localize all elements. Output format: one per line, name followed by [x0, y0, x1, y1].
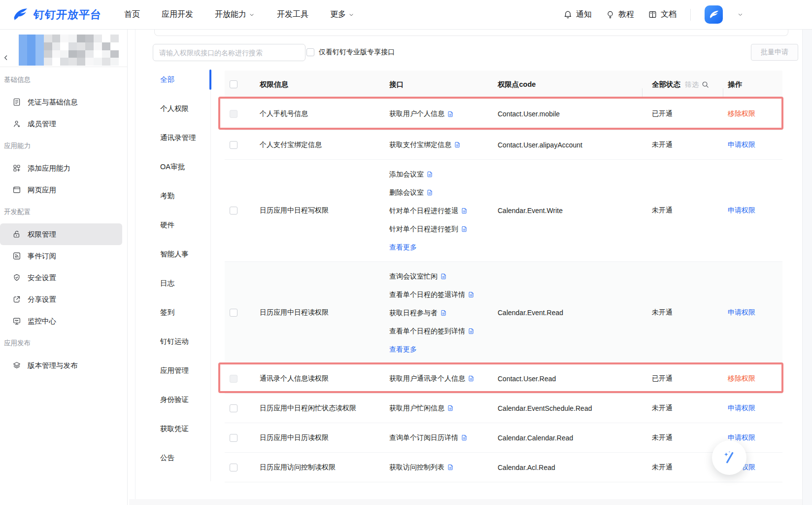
status-text: 未开通: [652, 404, 673, 413]
sidebar-item[interactable]: 添加应用能力: [0, 157, 122, 179]
row-checkbox[interactable]: [230, 141, 237, 149]
topnav-item[interactable]: 开发工具: [277, 9, 308, 20]
row-checkbox[interactable]: [230, 404, 237, 412]
category-item[interactable]: 通讯录管理: [142, 123, 210, 152]
status-cell: 已开通: [642, 98, 723, 130]
api-doc-icon[interactable]: [454, 141, 461, 148]
view-more-link[interactable]: 查看更多: [389, 340, 493, 359]
permission-cell: 个人手机号信息: [254, 98, 384, 130]
api-doc-icon[interactable]: [461, 207, 468, 215]
remove-permission-link[interactable]: 移除权限: [728, 109, 755, 118]
sidebar-item[interactable]: 版本管理与发布: [0, 355, 122, 376]
table-row: 日历应用访问控制读权限获取访问控制列表Calendar.Acl.Read未开通申…: [225, 453, 782, 482]
topnav-util-bulb[interactable]: 教程: [606, 9, 634, 20]
dingtalk-logo[interactable]: 钉钉开放平台: [11, 6, 102, 23]
api-doc-icon[interactable]: [440, 309, 447, 317]
row-checkbox[interactable]: [230, 434, 237, 442]
topnav-util-book[interactable]: 文档: [648, 9, 677, 20]
api-doc-icon[interactable]: [447, 404, 454, 412]
api-doc-icon[interactable]: [447, 110, 454, 118]
apply-permission-link[interactable]: 申请权限: [728, 308, 755, 317]
topnav-item[interactable]: 应用开发: [162, 9, 193, 20]
permission-code: Contact.User.mobile: [498, 110, 560, 118]
api-doc-icon[interactable]: [447, 464, 454, 471]
topnav-util-bell[interactable]: 通知: [563, 9, 592, 20]
code-cell: Calendar.Event.Read: [493, 262, 642, 363]
apply-permission-link[interactable]: 申请权限: [728, 404, 755, 413]
topnav-util-label: 教程: [618, 9, 634, 20]
api-doc-icon[interactable]: [427, 189, 433, 196]
sidebar-item[interactable]: 成员管理: [0, 113, 122, 135]
category-item[interactable]: 智能人事: [142, 240, 210, 269]
apply-permission-link[interactable]: 申请权限: [728, 141, 755, 149]
apply-permission-link[interactable]: 申请权限: [728, 206, 755, 215]
select-all-checkbox[interactable]: [230, 80, 237, 88]
status-cell: 未开通: [642, 262, 723, 363]
table-row: 个人支付宝绑定信息获取支付宝绑定信息Contact.User.alipayAcc…: [225, 130, 782, 160]
category-item[interactable]: 全部: [142, 65, 210, 94]
code-cell: Contact.User.mobile: [493, 98, 642, 130]
topnav-item[interactable]: 开放能力: [215, 9, 255, 20]
api-doc-icon[interactable]: [461, 434, 468, 441]
category-item[interactable]: 硬件: [142, 211, 210, 240]
sidebar-item[interactable]: 网页应用: [0, 179, 122, 201]
view-more-link[interactable]: 查看更多: [389, 238, 493, 256]
sidebar-item-label: 凭证与基础信息: [28, 98, 78, 107]
shield-icon: [12, 273, 21, 282]
book-icon: [648, 10, 657, 19]
api-doc-icon[interactable]: [440, 273, 447, 280]
user-avatar[interactable]: [705, 5, 723, 24]
category-item[interactable]: 获取凭证: [142, 414, 210, 443]
category-item[interactable]: OA审批: [142, 152, 210, 181]
category-item[interactable]: 公告: [142, 443, 210, 472]
permission-cell: 日历应用中日程读权限: [254, 262, 384, 363]
sidebar-item[interactable]: 事件订阅: [0, 245, 122, 267]
category-item[interactable]: 签到: [142, 298, 210, 327]
category-item[interactable]: 考勤: [142, 181, 210, 211]
search-input[interactable]: [153, 44, 305, 61]
sidebar-item[interactable]: 权限管理: [0, 223, 122, 245]
topnav-right: 通知教程文档: [563, 5, 744, 24]
status-filter[interactable]: 筛选: [685, 80, 709, 89]
sidebar: 基础信息凭证与基础信息成员管理应用能力添加应用能力网页应用开发配置权限管理事件订…: [0, 30, 128, 505]
row-checkbox[interactable]: [230, 464, 237, 471]
table-row: 日历应用中日程闲忙状态读权限获取用户忙闲信息Calendar.EventSche…: [225, 394, 782, 423]
row-checkbox-cell: [225, 98, 254, 130]
category-item[interactable]: 应用管理: [142, 356, 210, 385]
category-item[interactable]: 钉钉运动: [142, 327, 210, 356]
permissions-table: 权限信息 接口 权限点code 全部状态筛选 操作 个人手机号信息获取用户个人信…: [225, 71, 782, 482]
topnav-item[interactable]: 首页: [124, 9, 140, 20]
remove-permission-link[interactable]: 移除权限: [728, 374, 755, 383]
permission-code: Calendar.Calendar.Read: [498, 434, 573, 442]
action-cell: 移除权限: [723, 98, 782, 130]
sidebar-item[interactable]: 凭证与基础信息: [0, 91, 122, 113]
add-capability-icon: [12, 164, 21, 173]
category-item[interactable]: 身份验证: [142, 385, 210, 414]
api-doc-icon[interactable]: [468, 375, 474, 382]
permission-name: 日历应用访问控制读权限: [260, 463, 336, 472]
row-checkbox[interactable]: [230, 110, 237, 118]
ai-assistant-button[interactable]: [712, 440, 746, 475]
sidebar-collapse-button[interactable]: [1, 51, 11, 64]
sidebar-item[interactable]: 分享设置: [0, 289, 122, 310]
category-item[interactable]: 日志: [142, 269, 210, 298]
api-item: 针对单个日程进行签退: [389, 202, 493, 220]
avatar-menu-chevron[interactable]: [737, 11, 744, 18]
sidebar-item[interactable]: 监控中心: [0, 310, 122, 332]
topnav-item[interactable]: 更多: [330, 9, 355, 20]
row-checkbox[interactable]: [230, 375, 237, 383]
page-scrollbar-track[interactable]: [802, 30, 812, 505]
code-cell: Calendar.Calendar.Read: [493, 423, 642, 452]
batch-apply-button[interactable]: 批量申请: [751, 44, 798, 61]
api-doc-icon[interactable]: [427, 171, 433, 178]
category-item[interactable]: 个人权限: [142, 94, 210, 123]
row-checkbox[interactable]: [230, 309, 237, 317]
api-doc-icon[interactable]: [468, 291, 474, 298]
sidebar-item[interactable]: 安全设置: [0, 267, 122, 289]
api-doc-icon[interactable]: [468, 327, 474, 335]
row-checkbox[interactable]: [230, 207, 237, 215]
status-text: 未开通: [652, 141, 673, 149]
api-doc-icon[interactable]: [461, 225, 468, 233]
row-checkbox-cell: [225, 394, 254, 423]
pro-filter-checkbox[interactable]: [306, 48, 314, 56]
